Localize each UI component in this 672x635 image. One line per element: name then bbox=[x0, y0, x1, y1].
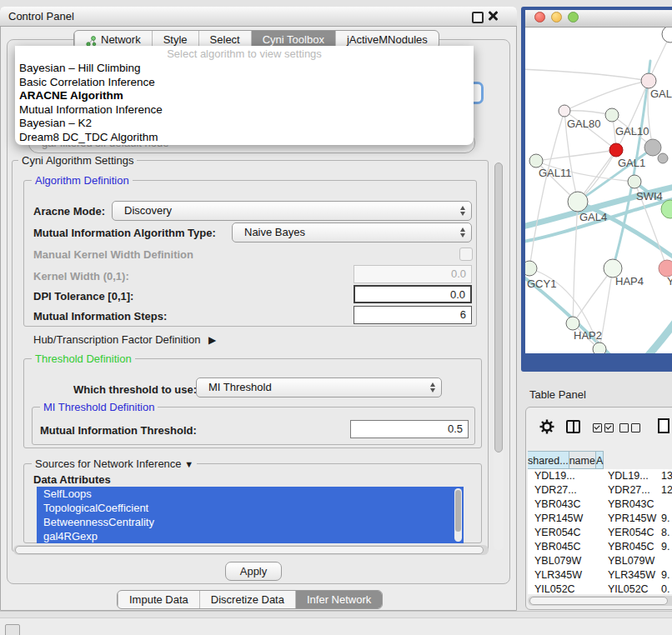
cell-shared-name: YBR043C bbox=[528, 498, 599, 512]
table-row[interactable]: YDR27... YDR27... 12 bbox=[528, 483, 672, 498]
cell-value bbox=[658, 498, 672, 512]
table-row[interactable]: YPR145W YPR145W 9. bbox=[528, 512, 672, 526]
table-row[interactable]: YBL079W YBL079W bbox=[528, 554, 672, 568]
network-node[interactable] bbox=[566, 317, 579, 330]
cell-shared-name: YIL052C bbox=[528, 582, 599, 594]
mi-type-select[interactable]: Naive Bayes bbox=[232, 222, 472, 242]
collapse-down-icon: ▼ bbox=[184, 459, 193, 469]
algorithm-option[interactable]: Mutual Information Inference bbox=[15, 103, 474, 118]
minimize-traffic-light-icon[interactable] bbox=[551, 12, 562, 22]
network-node-label: GAL4 bbox=[579, 211, 607, 223]
mi-threshold-field[interactable]: 0.5 bbox=[350, 420, 469, 438]
table-body: YDL19... YDL19... 13 YDR27... YDR27... 1… bbox=[528, 469, 672, 594]
hub-section-expander[interactable]: Hub/Transcription Factor Definition ▶ bbox=[33, 333, 216, 346]
cell-shared-name: YBL079W bbox=[528, 554, 599, 568]
settings-hscrollbar[interactable] bbox=[13, 545, 489, 555]
network-node[interactable] bbox=[568, 192, 588, 212]
cell-name: YLR345W bbox=[599, 568, 658, 582]
network-node[interactable] bbox=[662, 28, 672, 42]
table-row[interactable]: YBR045C YBR045C 9. bbox=[528, 540, 672, 554]
network-node[interactable] bbox=[658, 153, 668, 163]
zoom-traffic-light-icon[interactable] bbox=[568, 12, 579, 22]
cell-shared-name: YLR345W bbox=[528, 568, 599, 582]
attribute-list-item[interactable]: gal4RGexp bbox=[37, 529, 464, 543]
checked-boxes-icon[interactable] bbox=[593, 422, 616, 435]
network-node[interactable] bbox=[559, 105, 570, 117]
which-threshold-label: Which threshold to use: bbox=[73, 383, 197, 396]
network-node[interactable] bbox=[644, 139, 661, 156]
mi-type-label: Mutual Information Algorithm Type: bbox=[33, 227, 216, 239]
gear-icon[interactable] bbox=[539, 419, 554, 437]
network-edge[interactable] bbox=[573, 268, 613, 323]
split-columns-icon[interactable] bbox=[566, 420, 580, 433]
column-header[interactable]: shared... bbox=[528, 451, 569, 469]
network-node-label: HAP2 bbox=[574, 329, 602, 342]
network-edge[interactable] bbox=[525, 69, 649, 81]
float-window-icon[interactable] bbox=[472, 12, 484, 23]
algorithm-option[interactable]: Bayesian – Hill Climbing bbox=[15, 62, 474, 76]
bottom-strip-light bbox=[0, 618, 672, 635]
sources-collapse-toggle[interactable]: Sources for Network Inference ▼ bbox=[32, 458, 197, 470]
bottom-tab[interactable]: Infer Network bbox=[295, 591, 382, 608]
network-node[interactable] bbox=[609, 143, 623, 157]
aracne-mode-select[interactable]: Discovery bbox=[112, 201, 472, 221]
network-node[interactable] bbox=[605, 108, 619, 122]
network-edge[interactable] bbox=[564, 111, 612, 115]
network-node[interactable] bbox=[641, 73, 656, 88]
network-canvas[interactable]: GALGAL80GAL10GAL1GAL11GAL4SWI4GCY1HAP4YH… bbox=[525, 28, 672, 353]
table-row[interactable]: YLR345W YLR345W 9. bbox=[528, 568, 672, 582]
manual-kernel-checkbox[interactable] bbox=[459, 248, 473, 261]
network-node[interactable] bbox=[628, 175, 641, 188]
algorithm-option[interactable]: Basic Correlation Inference bbox=[15, 76, 474, 90]
algorithm-option[interactable]: Dream8 DC_TDC Algorithm bbox=[15, 131, 474, 145]
close-icon[interactable] bbox=[488, 11, 498, 21]
bottom-tab[interactable]: Discretize Data bbox=[199, 591, 295, 608]
bottom-tab[interactable]: Impute Data bbox=[118, 591, 199, 608]
settings-scrollbar[interactable] bbox=[494, 160, 504, 550]
dropdown-items: Bayesian – Hill Climbing Basic Correlati… bbox=[15, 62, 474, 145]
unchecked-boxes-icon[interactable] bbox=[619, 422, 643, 435]
network-node[interactable] bbox=[529, 154, 543, 168]
table-row[interactable]: YDL19... YDL19... 13 bbox=[528, 469, 672, 483]
network-edge[interactable] bbox=[610, 315, 672, 353]
minimized-panel-icon[interactable] bbox=[5, 624, 20, 635]
which-threshold-select[interactable]: MI Threshold bbox=[196, 378, 442, 398]
data-attributes-list: SelfLoops TopologicalCoefficient Between… bbox=[37, 487, 464, 543]
close-traffic-light-icon[interactable] bbox=[534, 12, 545, 22]
mi-steps-field[interactable]: 6 bbox=[354, 306, 472, 324]
cell-shared-name: YER054C bbox=[528, 526, 599, 540]
table-row[interactable]: YBR043C YBR043C bbox=[528, 498, 672, 512]
column-header[interactable]: name bbox=[569, 451, 596, 469]
bottom-tabs: Impute Data Discretize Data Infer Networ… bbox=[117, 590, 383, 609]
manual-kernel-label: Manual Kernel Width Definition bbox=[33, 248, 193, 261]
page-icon[interactable] bbox=[658, 418, 669, 433]
apply-button[interactable]: Apply bbox=[225, 562, 282, 581]
attribute-list-item[interactable]: TopologicalCoefficient bbox=[37, 501, 464, 515]
attribute-list-scrollbar[interactable] bbox=[454, 488, 462, 542]
cell-shared-name: YBR045C bbox=[528, 540, 599, 554]
network-node[interactable] bbox=[593, 342, 606, 353]
network-node[interactable] bbox=[525, 261, 537, 276]
algorithm-option[interactable]: Bayesian – K2 bbox=[15, 117, 474, 131]
cell-value: 13 bbox=[658, 469, 672, 483]
table-row[interactable]: YER054C YER054C 8. bbox=[528, 526, 672, 540]
network-edge[interactable] bbox=[564, 81, 649, 111]
network-node[interactable] bbox=[659, 260, 672, 277]
attribute-list-item[interactable]: SelfLoops bbox=[37, 487, 464, 501]
cell-shared-name: YPR145W bbox=[528, 512, 599, 526]
table-row[interactable]: YIL052C YIL052C 0. bbox=[528, 582, 672, 594]
algorithm-option[interactable]: ARACNE Algorithm bbox=[15, 89, 474, 103]
network-view-titlebar[interactable] bbox=[525, 10, 672, 28]
network-node-label: GAL10 bbox=[615, 125, 649, 138]
table-panel-window: shared... name A YDL19... YDL19... 13 YD… bbox=[525, 407, 672, 610]
dpi-tolerance-field[interactable]: 0.0 bbox=[354, 285, 472, 303]
network-edge[interactable] bbox=[573, 202, 578, 323]
table-hscrollbar[interactable] bbox=[528, 596, 672, 606]
cell-name: YER054C bbox=[599, 526, 658, 540]
network-edge[interactable] bbox=[529, 111, 564, 268]
network-edge[interactable] bbox=[536, 150, 616, 161]
column-header[interactable]: A bbox=[596, 451, 604, 469]
aracne-mode-label: Aracne Mode: bbox=[33, 205, 105, 218]
attribute-list-item[interactable]: BetweennessCentrality bbox=[37, 515, 464, 529]
kernel-width-field[interactable]: 0.0 bbox=[354, 265, 472, 283]
